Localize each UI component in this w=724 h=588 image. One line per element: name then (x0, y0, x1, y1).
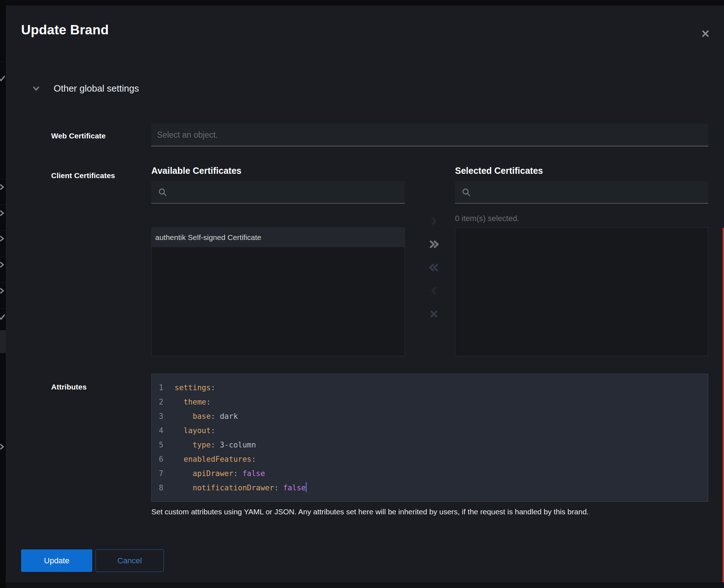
code-line: 3 base: dark (152, 409, 708, 423)
modal-footer-shade (6, 582, 724, 588)
search-icon (461, 187, 471, 197)
code-line: 6 enabledFeatures: (152, 452, 708, 466)
code-line: 2 theme: (152, 395, 708, 409)
code-line: 5 type: 3-column (152, 438, 708, 452)
chevron-down-icon (31, 84, 41, 93)
available-search-input[interactable] (172, 187, 405, 197)
selected-certificates-search[interactable] (455, 181, 708, 204)
available-certificates-search[interactable] (151, 181, 405, 204)
background-sidebar-sliver (0, 0, 6, 588)
update-brand-modal: Update Brand ✕ Other global settings Web… (6, 5, 724, 588)
web-certificate-label: Web Certificate (51, 132, 106, 140)
selected-search-input[interactable] (475, 187, 708, 197)
update-button[interactable]: Update (21, 549, 92, 572)
add-all-button[interactable] (423, 232, 445, 256)
remove-selected-button[interactable] (423, 279, 445, 302)
selected-certificates-list[interactable] (455, 227, 708, 356)
available-certificates-heading: Available Certificates (151, 166, 241, 176)
web-certificate-input[interactable] (151, 124, 708, 146)
page-title: Update Brand (21, 23, 109, 38)
add-selected-button[interactable] (423, 209, 445, 232)
cancel-button[interactable]: Cancel (96, 549, 164, 572)
client-certificates-label: Client Certificates (51, 171, 115, 180)
code-line: 1settings: (152, 381, 708, 395)
background-active-row (0, 330, 6, 353)
list-item-certificate[interactable]: authentik Self-signed Certificate (152, 228, 405, 247)
code-line: 4 layout: (152, 423, 708, 438)
selected-certificates-heading: Selected Certificates (455, 166, 543, 176)
check-icon (0, 313, 6, 321)
selected-count-status: 0 item(s) selected. (455, 214, 519, 223)
clear-selection-button[interactable] (423, 302, 445, 325)
dual-list-controls (419, 209, 449, 325)
chevron-right-icon (0, 286, 6, 295)
section-other-global-settings[interactable]: Other global settings (31, 81, 139, 95)
text-cursor (306, 482, 307, 492)
attributes-label: Attributes (51, 383, 87, 391)
chevron-right-icon (0, 442, 6, 451)
chevron-right-icon (0, 234, 6, 243)
section-label: Other global settings (54, 83, 139, 94)
background-red-edge (723, 228, 724, 582)
attributes-help-text: Set custom attributes using YAML or JSON… (151, 508, 695, 516)
chevron-right-icon (0, 260, 6, 269)
available-certificates-list[interactable]: authentik Self-signed Certificate (151, 227, 405, 356)
check-icon (0, 74, 6, 83)
search-icon (158, 187, 167, 197)
code-line: 8 notificationDrawer: false (152, 481, 708, 495)
code-line: 7 apiDrawer: false (152, 466, 708, 481)
close-icon[interactable]: ✕ (698, 26, 713, 42)
attributes-code-editor[interactable]: 1settings:2 theme:3 base: dark4 layout:5… (151, 374, 708, 502)
chevron-right-icon (0, 209, 6, 217)
chevron-right-icon (0, 183, 6, 191)
remove-all-button[interactable] (423, 256, 445, 279)
